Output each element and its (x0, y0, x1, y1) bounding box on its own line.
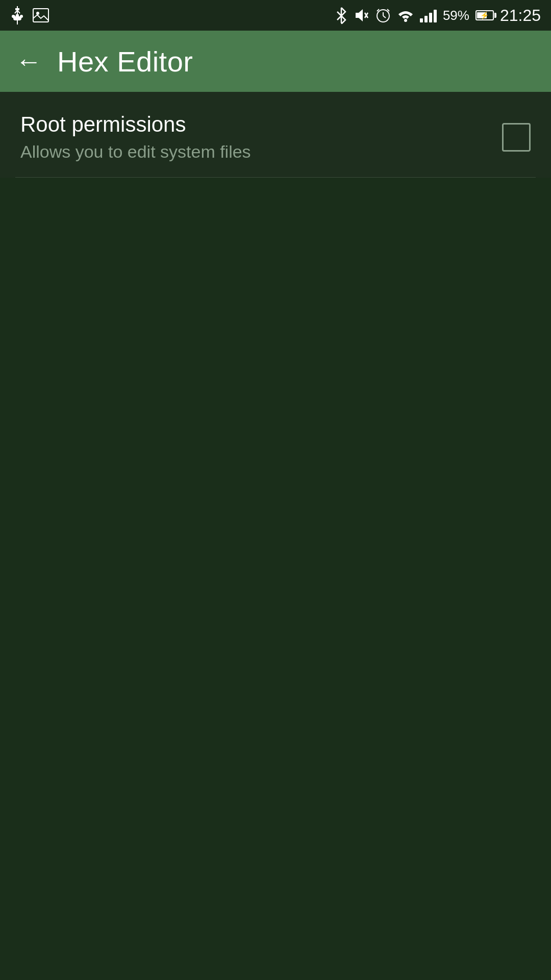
status-bar: 59% ⚡ 21:25 (0, 0, 551, 31)
status-bar-left (10, 6, 49, 24)
status-bar-right: 59% ⚡ 21:25 (336, 6, 541, 25)
root-permissions-subtitle: Allows you to edit system files (20, 142, 492, 162)
root-permissions-checkbox[interactable] (502, 123, 531, 152)
svg-rect-3 (12, 15, 15, 18)
battery-percent: 59% (443, 8, 469, 23)
svg-line-11 (383, 16, 386, 18)
settings-divider (15, 177, 536, 178)
content-area: Root permissions Allows you to edit syst… (0, 92, 551, 178)
svg-point-1 (20, 15, 23, 18)
battery-icon: ⚡ (475, 10, 494, 20)
root-permissions-item[interactable]: Root permissions Allows you to edit syst… (0, 92, 551, 177)
mute-icon (353, 7, 369, 23)
back-button[interactable]: ← (15, 48, 42, 75)
svg-point-6 (36, 12, 39, 15)
alarm-icon (375, 7, 391, 23)
svg-point-14 (404, 19, 407, 22)
bluetooth-icon (336, 7, 346, 24)
root-permissions-text: Root permissions Allows you to edit syst… (20, 112, 492, 162)
app-bar: ← Hex Editor (0, 31, 551, 92)
status-time: 21:25 (500, 6, 541, 25)
svg-rect-4 (16, 14, 19, 17)
signal-icon (420, 8, 437, 22)
usb-icon (10, 6, 24, 24)
image-icon (33, 8, 49, 22)
root-permissions-title: Root permissions (20, 112, 492, 137)
app-title: Hex Editor (57, 45, 193, 78)
svg-rect-5 (33, 9, 48, 22)
sync-icon (397, 7, 414, 23)
